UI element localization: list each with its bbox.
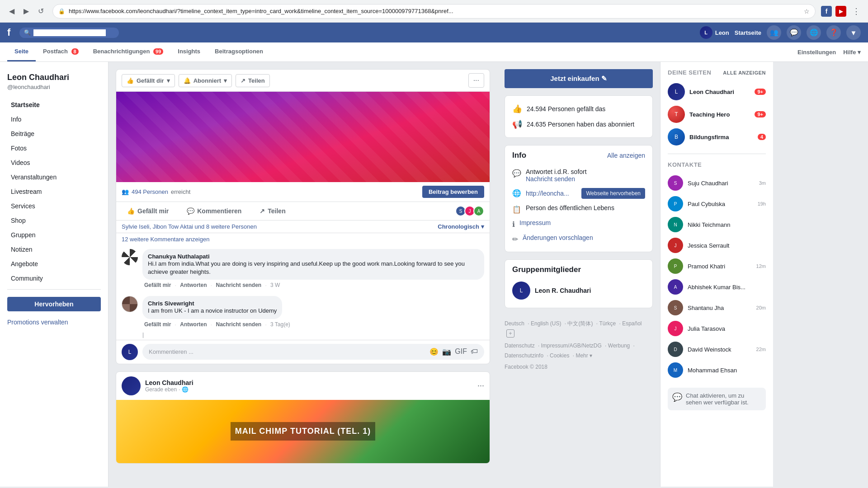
language-more-button[interactable]: + — [506, 329, 514, 338]
sidebar-item-shop[interactable]: Shop — [4, 213, 104, 228]
globe-icon[interactable]: 🌐 — [807, 25, 821, 40]
hervorheben-button[interactable]: Hervorheben — [7, 297, 101, 311]
sidebar-item-startseite[interactable]: Startseite — [4, 98, 104, 112]
sidebar-item-beitraege[interactable]: Beiträge — [4, 127, 104, 141]
teilen-button[interactable]: ↗ Teilen — [236, 74, 270, 87]
sidebar-item-community[interactable]: Community — [4, 271, 104, 286]
tab-benachrichtigungen[interactable]: Benachrichtigungen 99 — [86, 42, 171, 61]
hilfe-link[interactable]: Hilfe ▾ — [843, 49, 861, 56]
gefaellt-dir-button[interactable]: 👍 Gefällt dir ▾ — [122, 74, 175, 87]
comment-2-author[interactable]: Chris Sivewright — [148, 300, 194, 307]
aenderungen-link[interactable]: Änderungen vorschlagen — [523, 234, 593, 241]
bookmark-star-icon[interactable]: ☆ — [804, 8, 810, 15]
sidebar-item-fotos[interactable]: Fotos — [4, 141, 104, 155]
lang-english[interactable]: English (US) — [531, 320, 561, 327]
back-button[interactable]: ◀ — [5, 5, 18, 18]
footer-impressum[interactable]: Impressum/AGB/NetzDG — [541, 343, 602, 349]
messenger-icon[interactable]: 💬 — [787, 25, 801, 40]
comment-input-box[interactable]: Kommentieren ... 😊 📷 GIF 🏷 — [142, 344, 484, 360]
share-button[interactable]: ↗ Teilen — [254, 205, 291, 217]
comment-1-message-link[interactable]: Nachricht senden — [216, 282, 261, 288]
tab-postfach[interactable]: Postfach 8 — [36, 42, 86, 61]
comment-2-message-link[interactable]: Nachricht senden — [216, 321, 261, 328]
sidebar-item-services[interactable]: Services — [4, 199, 104, 213]
abonniert-button[interactable]: 🔔 Abonniert ▾ — [179, 74, 232, 87]
fb-search-bar[interactable]: 🔍 — [19, 28, 119, 38]
reload-button[interactable]: ↺ — [34, 5, 47, 18]
footer-datenschutz[interactable]: Datenschutz — [505, 343, 535, 349]
contact-julia[interactable]: J Julia Tarasova — [668, 318, 766, 339]
tab-seite[interactable]: Seite — [7, 42, 36, 61]
dropdown-icon[interactable]: ▼ — [846, 25, 861, 40]
alle-anzeigen-far-link[interactable]: ALLE ANZEIGEN — [723, 70, 766, 75]
nachricht-senden-link[interactable]: Nachricht senden — [526, 175, 575, 183]
help-icon[interactable]: ❓ — [826, 25, 841, 40]
footer-datenschutzinfo[interactable]: Datenschutzinfo — [505, 352, 543, 359]
lang-deutsch[interactable]: Deutsch — [505, 320, 524, 327]
alle-anzeigen-link[interactable]: Alle anzeigen — [607, 152, 645, 159]
lang-chinese[interactable]: 中文(简体) — [567, 320, 593, 327]
tab-insights[interactable]: Insights — [170, 42, 208, 61]
comment-button[interactable]: 💬 Kommentieren — [181, 205, 247, 217]
sticker-icon[interactable]: 🏷 — [471, 347, 478, 356]
contact-shantanu[interactable]: S Shantanu Jha 20m — [668, 297, 766, 318]
beitrag-bewerben-button[interactable]: Beitrag bewerben — [422, 186, 484, 198]
jetzt-einkaufen-button[interactable]: Jetzt einkaufen ✎ — [505, 69, 653, 88]
gif-icon[interactable]: GIF — [455, 347, 467, 356]
contact-abhishek[interactable]: A Abhishek Kumar Bis... — [668, 277, 766, 297]
tab-beitragsoptionen[interactable]: Beitragsoptionen — [208, 42, 270, 61]
forward-button[interactable]: ▶ — [20, 5, 33, 18]
browser-menu-button[interactable]: ⋮ — [850, 5, 863, 18]
sidebar-item-veranstaltungen[interactable]: Veranstaltungen — [4, 170, 104, 184]
group-member-name[interactable]: Leon R. Chaudhari — [535, 287, 591, 294]
impressum-link[interactable]: Impressum — [519, 219, 551, 226]
lang-spanish[interactable]: Español — [622, 320, 642, 327]
contact-mohammad[interactable]: M Mohammad Ehsan — [668, 360, 766, 380]
like-button[interactable]: 👍 Gefällt mir — [122, 205, 174, 217]
liker-link[interactable]: Sylvie Iseli, Jibon Tow Aktai und 8 weit… — [122, 223, 257, 230]
footer-cookies[interactable]: Cookies — [550, 352, 569, 359]
browser-ext1-button[interactable]: f — [821, 6, 832, 17]
show-more-comments[interactable]: 12 weitere Kommentare anzeigen — [116, 233, 490, 245]
page-item-teaching-hero[interactable]: T Teaching Hero 9+ — [668, 103, 766, 126]
contact-nikki[interactable]: N Nikki Teichmann — [668, 214, 766, 235]
comment-1-author[interactable]: Chanukya Nuthalapati — [148, 253, 210, 260]
startseite-link[interactable]: Startseite — [735, 29, 761, 36]
lang-turkish[interactable]: Türkçe — [599, 320, 616, 327]
address-bar[interactable]: 🔒 https://www.facebook.com/leonchaudhari… — [52, 4, 816, 19]
contact-david[interactable]: D David Weinstock 22m — [668, 339, 766, 360]
more-options-button[interactable]: ··· — [468, 73, 484, 88]
user-profile-pill[interactable]: L Leon — [700, 26, 729, 39]
friends-icon[interactable]: 👥 — [767, 25, 781, 40]
page-item-leon[interactable]: L Leon Chaudhari 9+ — [668, 80, 766, 103]
sidebar-item-livestream[interactable]: Livestream — [4, 184, 104, 199]
comment-2-like-link[interactable]: Gefällt mir — [144, 321, 171, 328]
contact-paul[interactable]: P Paul Cybulska 19h — [668, 193, 766, 214]
comment-2-reply-link[interactable]: Antworten — [180, 321, 207, 328]
contact-suju[interactable]: S Suju Chaudhari 3m — [668, 173, 766, 193]
comment-1-reply-link[interactable]: Antworten — [180, 282, 207, 288]
website-link[interactable]: http://leoncha... — [526, 190, 569, 197]
post2-author-name[interactable]: Leon Chaudhari — [145, 379, 473, 386]
reach-number[interactable]: 494 Personen — [132, 188, 168, 195]
search-input[interactable] — [33, 29, 106, 36]
browser-ext2-button[interactable]: ▶ — [835, 6, 846, 17]
einstellungen-link[interactable]: Einstellungen — [797, 49, 836, 56]
webseite-hervorheben-button[interactable]: Webseite hervorheben — [581, 188, 645, 199]
sidebar-item-gruppen[interactable]: Gruppen — [4, 228, 104, 242]
sidebar-item-info[interactable]: Info — [4, 112, 104, 127]
post2-menu-button[interactable]: ··· — [477, 381, 484, 390]
photo-icon[interactable]: 📷 — [442, 347, 451, 356]
sidebar-item-notizen[interactable]: Notizen — [4, 242, 104, 257]
footer-werbung[interactable]: Werbung — [608, 343, 630, 349]
emoji-icon[interactable]: 😊 — [429, 347, 439, 356]
chat-aktivieren-text[interactable]: Chat aktivieren, um zu sehen wer verfügb… — [686, 392, 761, 406]
page-item-bildung[interactable]: B Bildungsfirma 4 — [668, 126, 766, 148]
comment-1-like-link[interactable]: Gefällt mir — [144, 282, 171, 288]
sidebar-item-angebote[interactable]: Angebote — [4, 257, 104, 271]
contact-jessica[interactable]: J Jessica Serrault — [668, 235, 766, 256]
sort-button[interactable]: Chronologisch ▾ — [438, 223, 484, 230]
footer-mehr[interactable]: Mehr ▾ — [576, 352, 592, 359]
promotions-link[interactable]: Promotions verwalten — [0, 315, 108, 329]
contact-pramod[interactable]: P Pramod Khatri 12m — [668, 256, 766, 277]
